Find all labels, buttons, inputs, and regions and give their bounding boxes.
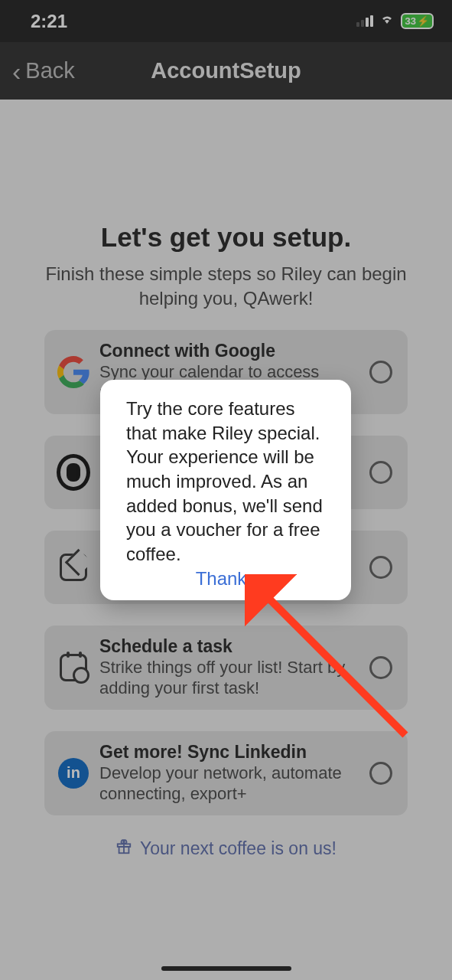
popup-message: Try the core features that make Riley sp… bbox=[126, 397, 325, 567]
onboarding-popup: Try the core features that make Riley sp… bbox=[100, 380, 351, 600]
home-indicator[interactable] bbox=[161, 966, 291, 971]
popup-thanks-button[interactable]: Thanks bbox=[126, 568, 325, 590]
